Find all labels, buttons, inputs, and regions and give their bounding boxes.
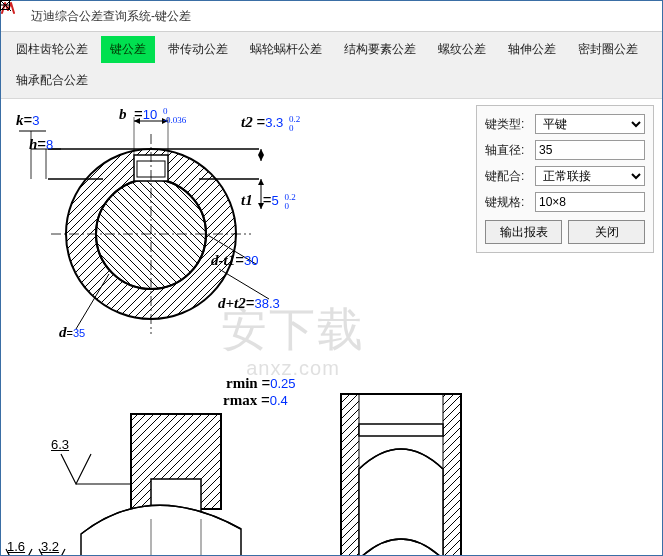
dim-k: k=3 xyxy=(16,111,40,129)
tab-shaft-extension[interactable]: 轴伸公差 xyxy=(499,36,565,63)
svg-rect-38 xyxy=(443,394,461,555)
maximize-button[interactable] xyxy=(566,2,610,30)
shaft-diameter-label: 轴直径: xyxy=(485,142,535,159)
export-report-button[interactable]: 输出报表 xyxy=(485,220,562,244)
tab-bearing-fit[interactable]: 轴承配合公差 xyxy=(7,67,97,94)
client-area: 安下载 anxz.com xyxy=(1,99,662,555)
svg-rect-39 xyxy=(359,424,443,436)
dim-rmin: rmin =0.25 xyxy=(226,374,296,392)
dim-b: b =10 0-0.036 xyxy=(119,105,186,125)
tab-worm-gear[interactable]: 蜗轮蜗杆公差 xyxy=(241,36,331,63)
tab-seal-ring[interactable]: 密封圈公差 xyxy=(569,36,647,63)
shaft-diameter-input[interactable] xyxy=(535,140,645,160)
surface-finish-1-6: 1.6 xyxy=(7,539,25,554)
parameter-panel: 键类型: 平键 轴直径: 键配合: 正常联接 键规格: 输出报表 关闭 xyxy=(476,105,654,253)
key-spec-output xyxy=(535,192,645,212)
title-bar: 迈迪综合公差查询系统-键公差 xyxy=(1,1,662,32)
window-title: 迈迪综合公差查询系统-键公差 xyxy=(31,8,191,25)
tab-belt-drive[interactable]: 带传动公差 xyxy=(159,36,237,63)
svg-rect-37 xyxy=(341,394,359,555)
dim-t2: t2 =3.3 0.20 xyxy=(241,113,300,133)
key-type-label: 键类型: xyxy=(485,116,535,133)
key-spec-label: 键规格: xyxy=(485,194,535,211)
close-window-button[interactable] xyxy=(610,2,654,30)
surface-finish-3-2: 3.2 xyxy=(41,539,59,554)
dim-d-t2: d+t2=38.3 xyxy=(218,294,280,312)
close-button[interactable]: 关闭 xyxy=(568,220,645,244)
key-fit-label: 键配合: xyxy=(485,168,535,185)
dim-d: d=35 xyxy=(59,324,85,341)
app-icon xyxy=(9,8,25,24)
app-window: 迈迪综合公差查询系统-键公差 圆柱齿轮公差 键公差 带传动公差 蜗轮蜗杆公差 结… xyxy=(0,0,663,556)
dim-d-t1: d-t1=30 xyxy=(211,251,258,269)
tab-cylindrical-gear[interactable]: 圆柱齿轮公差 xyxy=(7,36,97,63)
upper-figure xyxy=(1,99,481,359)
category-tabs: 圆柱齿轮公差 键公差 带传动公差 蜗轮蜗杆公差 结构要素公差 螺纹公差 轴伸公差… xyxy=(1,32,662,99)
tab-key-tolerance[interactable]: 键公差 xyxy=(101,36,155,63)
tab-structure-element[interactable]: 结构要素公差 xyxy=(335,36,425,63)
dim-t1: t1=5 0.20 xyxy=(241,191,296,211)
tab-thread[interactable]: 螺纹公差 xyxy=(429,36,495,63)
minimize-button[interactable] xyxy=(522,2,566,30)
surface-finish-6-3: 6.3 xyxy=(51,437,69,452)
dim-h: h=8 xyxy=(29,135,53,153)
key-type-select[interactable]: 平键 xyxy=(535,114,645,134)
dim-rmax: rmax =0.4 xyxy=(223,391,288,409)
key-fit-select[interactable]: 正常联接 xyxy=(535,166,645,186)
